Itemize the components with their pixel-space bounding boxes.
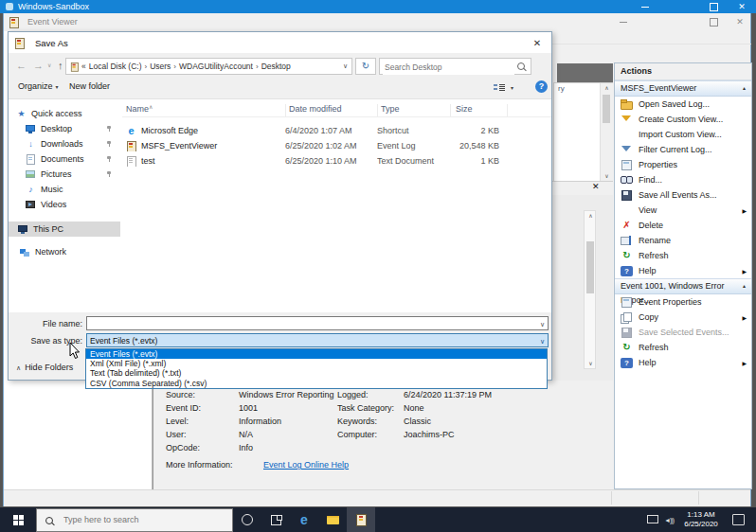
taskbar-search-input[interactable] [62,514,226,525]
column-header-size[interactable]: Size [450,104,508,116]
action-view[interactable]: View▶ [615,203,751,218]
new-folder-button[interactable]: New folder [69,81,110,91]
dialog-icon [14,38,25,48]
action-help[interactable]: ?Help▶ [615,263,751,278]
sidebar-item-downloads[interactable]: ↓Downloads [9,136,120,151]
action-filter-current-log[interactable]: Filter Current Log... [615,142,751,157]
collapse-icon[interactable]: ▴ [743,279,746,293]
forward-button[interactable]: → [33,58,44,74]
ev-minimize-button[interactable] [611,15,636,28]
action-copy[interactable]: Copy▶ [615,310,751,325]
task-view-icon[interactable] [261,507,290,532]
search-input[interactable] [383,60,514,75]
views-dropdown-icon[interactable]: ▾ [511,84,513,91]
action-save-all-events-as[interactable]: Save All Events As... [615,187,751,203]
action-delete[interactable]: ✗Delete [615,218,751,233]
organize-button[interactable]: Organize▾ [18,81,59,91]
type-option-xml[interactable]: Xml (Xml File) (*.xml) [86,359,547,368]
sidebar-item-videos[interactable]: Videos [9,197,120,212]
refresh-button[interactable]: ↻ [355,58,376,75]
action-help-event[interactable]: ?Help▶ [615,355,751,370]
sidebar-item-this-pc[interactable]: This PC [9,222,120,237]
up-button[interactable]: ↑ [58,58,63,74]
action-refresh-event[interactable]: ↻Refresh [615,340,751,355]
type-option-txt[interactable]: Text (Tab delimited) (*.txt) [86,368,547,378]
crumb-desktop[interactable]: Desktop [261,62,291,71]
event-log-online-help-link[interactable]: Event Log Online Help [263,460,349,470]
cortana-icon[interactable] [233,507,261,532]
dialog-help-icon[interactable]: ? [535,80,548,93]
action-properties[interactable]: Properties [615,157,751,172]
ev-close-button[interactable]: ✕ [728,15,752,28]
sidebar-item-music[interactable]: ♪Music [9,182,120,197]
action-refresh[interactable]: ↻Refresh [615,248,751,263]
sandbox-maximize-button[interactable] [701,0,726,13]
chevron-down-icon[interactable]: ∨ [540,338,545,346]
column-header-date[interactable]: Date modified [285,104,378,116]
dialog-close-button[interactable]: ✕ [523,32,551,53]
crumb-local-disk[interactable]: Local Disk (C:) [89,62,142,71]
column-header-name[interactable]: Name∧ [122,104,286,116]
volume-tray-icon[interactable]: ◄))) [664,517,674,523]
file-row-msfs-eventviewer[interactable]: MSFS_EventViewer 6/25/2020 1:02 AM Event… [122,138,551,153]
recent-locations-icon[interactable]: ∨ [47,58,51,74]
dialog-titlebar[interactable]: Save As [9,32,551,53]
actions-section-log[interactable]: MSFS_EventViewer ▴ [615,80,751,97]
crumb-users[interactable]: Users [150,62,171,71]
action-open-saved-log[interactable]: Open Saved Log... [615,97,751,112]
sidebar-item-quick-access[interactable]: ★Quick access [9,106,120,121]
save-icon [621,189,633,201]
ev-restore-button[interactable] [701,15,726,28]
action-find[interactable]: Find... [615,172,751,187]
sidebar-item-network[interactable]: Network [9,244,120,259]
address-dropdown-icon[interactable]: ∨ [343,62,348,70]
actions-section-event[interactable]: Event 1001, Windows Error Repor... ▴ [615,278,751,294]
sidebar-item-desktop[interactable]: Desktop [9,121,120,136]
scroll-down-icon[interactable]: ∨ [601,172,613,180]
action-center-icon[interactable] [732,514,745,525]
detail-value: Information [239,417,281,426]
search-box[interactable] [379,58,531,75]
file-row-test[interactable]: test 6/25/2020 1:10 AM Text Document 1 K… [122,153,551,168]
sidebar-item-documents[interactable]: Documents [9,151,120,167]
event-viewer-titlebar[interactable]: Event Viewer [4,13,750,30]
ev-list-scrollbar[interactable]: ∧ ∨ [600,83,613,181]
action-create-custom-view[interactable]: Create Custom View... [615,112,751,127]
type-option-csv[interactable]: CSV (Comma Separated) (*.csv) [86,379,547,388]
scroll-down-icon[interactable]: ∨ [585,360,597,367]
ev-preview-scrollbar[interactable]: ∧ ∨ [584,210,596,369]
action-event-properties[interactable]: Event Properties [615,294,751,310]
file-name-combo[interactable]: ∨ [86,316,549,330]
preview-pane-close-icon[interactable]: ✕ [592,182,600,191]
action-save-selected-events[interactable]: Save Selected Events... [615,325,751,340]
back-button[interactable]: ← [16,58,27,74]
sidebar-item-pictures[interactable]: Pictures [9,167,120,182]
file-explorer-icon[interactable] [318,507,347,532]
crumb-wdag-account[interactable]: WDAGUtilityAccount [179,62,253,71]
start-button[interactable] [0,507,36,532]
taskbar-clock[interactable]: 1:13 AM 6/25/2020 [679,510,723,529]
file-name-input[interactable] [89,318,536,330]
event-viewer-taskbar-icon[interactable] [347,507,375,532]
change-view-icon[interactable] [494,83,505,93]
save-as-type-combo[interactable]: Event Files (*.evtx) ∨ [86,333,549,347]
save-icon [621,327,633,338]
scroll-up-icon[interactable]: ∧ [601,84,613,92]
chevron-down-icon[interactable]: ∨ [540,321,545,328]
hide-folders-button[interactable]: ∧Hide Folders [16,363,73,372]
crumb-overflow[interactable]: « [81,62,86,71]
edge-taskbar-icon[interactable]: e [290,507,318,532]
sandbox-minimize-button[interactable] [633,0,657,13]
taskbar-search-box[interactable] [36,508,233,532]
action-rename[interactable]: Rename [615,233,751,248]
sandbox-close-button[interactable]: ✕ [729,0,754,13]
address-bar[interactable]: « Local Disk (C:) › Users › WDAGUtilityA… [65,58,352,75]
network-tray-icon[interactable] [647,515,658,524]
event-viewer-app-icon [9,17,19,27]
scroll-up-icon[interactable]: ∧ [585,212,597,220]
column-header-type[interactable]: Type [377,104,451,116]
action-import-custom-view[interactable]: Import Custom View... [615,127,751,142]
file-row-microsoft-edge[interactable]: eMicrosoft Edge 6/4/2020 1:07 AM Shortcu… [122,123,551,138]
collapse-icon[interactable]: ▴ [743,81,746,96]
type-option-evtx[interactable]: Event Files (*.evtx) [86,349,547,359]
